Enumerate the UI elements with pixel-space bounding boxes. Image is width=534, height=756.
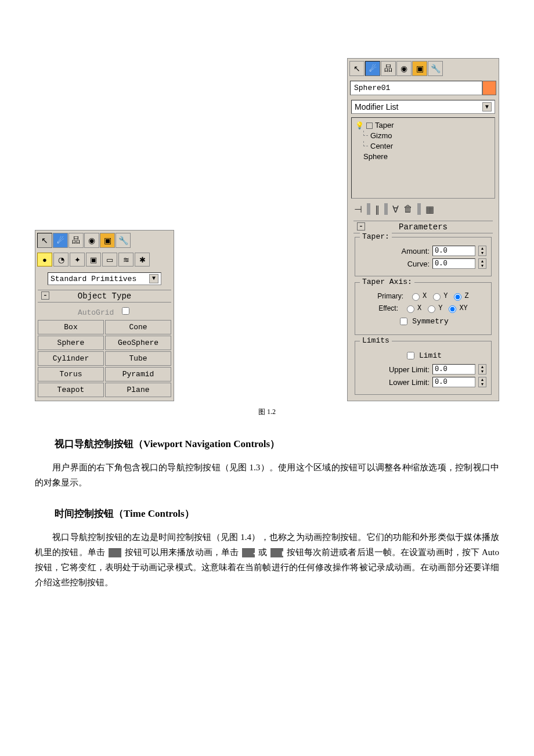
- systems-icon[interactable]: ✱: [135, 253, 150, 267]
- prim-torus[interactable]: Torus: [38, 367, 104, 381]
- curve-input[interactable]: 0.0: [432, 258, 475, 269]
- step-forward-icon: ▮▶: [270, 548, 283, 557]
- lights-icon[interactable]: ✦: [70, 253, 85, 267]
- symmetry-label: Symmetry: [412, 317, 448, 326]
- effect-xy[interactable]: [449, 305, 456, 313]
- autogrid-checkbox[interactable]: [122, 307, 129, 315]
- amount-label: Amount:: [402, 247, 430, 255]
- object-type-header[interactable]: - Object Type: [38, 290, 171, 303]
- lower-limit-label: Lower Limit:: [389, 378, 430, 387]
- autogrid-label: AutoGrid: [78, 308, 114, 317]
- upper-limit-spinner[interactable]: ▴▾: [478, 364, 486, 375]
- stack-gizmo[interactable]: Gizmo: [370, 131, 392, 140]
- spacewarps-icon[interactable]: ≋: [118, 253, 134, 267]
- command-panel-tabs: ↖ ☄ 品 ◉ ▣ 🔧: [348, 59, 499, 78]
- lower-limit-input[interactable]: 0.0: [432, 377, 475, 387]
- taper-group-title: Taper:: [360, 232, 392, 241]
- configure-sets-icon[interactable]: ▦: [424, 204, 436, 215]
- curve-label: Curve:: [407, 260, 430, 268]
- chevron-down-icon: ▼: [149, 274, 158, 283]
- stack-base[interactable]: Sphere: [363, 152, 388, 161]
- category-row: ● ◔ ✦ ▣ ▭ ≋ ✱: [35, 250, 174, 269]
- modifier-list-label: Modifier List: [355, 102, 398, 111]
- prim-sphere[interactable]: Sphere: [38, 336, 104, 350]
- primary-z[interactable]: [454, 293, 461, 301]
- modify-panel: ↖ ☄ 品 ◉ ▣ 🔧 Sphere01 Modifier List ▼ 💡 T…: [347, 58, 499, 401]
- subcategory-label: Standard Primitives: [50, 275, 136, 283]
- make-unique-icon[interactable]: ∀: [391, 204, 400, 215]
- modifier-list-dropdown[interactable]: Modifier List ▼: [351, 100, 495, 114]
- primary-x[interactable]: [412, 293, 420, 301]
- prim-plane[interactable]: Plane: [105, 383, 171, 397]
- effect-x[interactable]: [407, 305, 414, 313]
- create-tab-icon[interactable]: ↖: [349, 61, 365, 76]
- paragraph-time: 视口导航控制按钮的左边是时间控制按钮（见图 1.4），也称之为动画控制按钮。它们…: [35, 530, 499, 591]
- effect-label: Effect:: [378, 304, 398, 312]
- prim-pyramid[interactable]: Pyramid: [105, 367, 171, 381]
- limit-effect-label: Limit: [419, 351, 442, 360]
- effect-y[interactable]: [428, 305, 435, 313]
- hierarchy-tab-icon[interactable]: 品: [68, 233, 84, 248]
- prim-geosphere[interactable]: GeoSphere: [105, 336, 171, 350]
- parameters-header[interactable]: - Parameters: [353, 221, 493, 233]
- lower-limit-spinner[interactable]: ▴▾: [478, 377, 486, 387]
- chevron-down-icon: ▼: [482, 102, 492, 111]
- modify-tab-icon[interactable]: ☄: [53, 233, 68, 248]
- limits-group: Limits Limit Upper Limit: 0.0 ▴▾ Lower L…: [355, 341, 492, 395]
- object-name-field[interactable]: Sphere01: [350, 81, 482, 95]
- upper-limit-input[interactable]: 0.0: [432, 364, 475, 375]
- amount-spinner[interactable]: ▴▾: [478, 246, 486, 256]
- primary-y[interactable]: [433, 293, 441, 301]
- stack-center[interactable]: Center: [370, 142, 393, 150]
- autogrid-row: AutoGrid: [35, 304, 174, 319]
- create-panel: ↖ ☄ 品 ◉ ▣ 🔧 ● ◔ ✦ ▣ ▭ ≋ ✱ Standard Primi…: [35, 230, 174, 401]
- utilities-tab-icon[interactable]: 🔧: [428, 61, 443, 76]
- motion-tab-icon[interactable]: ◉: [84, 233, 99, 248]
- prim-box[interactable]: Box: [38, 320, 104, 334]
- motion-tab-icon[interactable]: ◉: [396, 61, 412, 76]
- modifier-stack[interactable]: 💡 Taper Gizmo Center Sphere: [351, 117, 495, 199]
- display-tab-icon[interactable]: ▣: [100, 233, 115, 248]
- taper-group: Taper: Amount: 0.0 ▴▾ Curve: 0.0 ▴▾: [355, 237, 492, 276]
- hierarchy-tab-icon[interactable]: 品: [381, 61, 396, 76]
- geometry-icon[interactable]: ●: [37, 253, 52, 267]
- bulb-icon[interactable]: 💡: [355, 120, 364, 131]
- limit-effect-checkbox[interactable]: [407, 352, 414, 359]
- command-panel-tabs: ↖ ☄ 品 ◉ ▣ 🔧: [35, 231, 174, 250]
- expand-icon[interactable]: [366, 123, 373, 129]
- parameters-title: Parameters: [399, 222, 448, 232]
- symmetry-checkbox[interactable]: [400, 318, 407, 325]
- object-color-swatch[interactable]: [482, 81, 496, 95]
- paragraph-viewport: 用户界面的右下角包含视口的导航控制按钮（见图 1.3）。使用这个区域的按钮可以调…: [35, 460, 499, 491]
- limits-title: Limits: [360, 336, 392, 345]
- section-heading-time: 时间控制按钮（Time Controls）: [35, 507, 499, 520]
- curve-spinner[interactable]: ▴▾: [478, 258, 486, 269]
- create-tab-icon[interactable]: ↖: [37, 233, 52, 248]
- prim-teapot[interactable]: Teapot: [38, 383, 104, 397]
- helpers-icon[interactable]: ▭: [102, 253, 117, 267]
- play-icon: ▶: [109, 548, 121, 557]
- display-tab-icon[interactable]: ▣: [412, 61, 427, 76]
- shapes-icon[interactable]: ◔: [53, 253, 68, 267]
- prim-tube[interactable]: Tube: [105, 351, 171, 366]
- utilities-tab-icon[interactable]: 🔧: [116, 233, 131, 248]
- stack-tools: ⊣ ‖ ∀ 🗑 ▦: [348, 199, 499, 219]
- show-end-result-icon[interactable]: ‖: [373, 204, 381, 215]
- pin-stack-icon[interactable]: ⊣: [352, 204, 364, 215]
- taper-axis-title: Taper Axis:: [360, 278, 414, 286]
- taper-axis-group: Taper Axis: Primary: X Y Z Effect: X Y X…: [355, 282, 492, 335]
- modify-tab-icon[interactable]: ☄: [365, 61, 380, 76]
- step-back-icon: ◀▮: [242, 548, 255, 557]
- figure-caption: 图 1.2: [35, 407, 499, 417]
- subcategory-dropdown[interactable]: Standard Primitives ▼: [48, 272, 161, 285]
- prim-cone[interactable]: Cone: [105, 320, 171, 334]
- figure-row: ↖ ☄ 品 ◉ ▣ 🔧 ● ◔ ✦ ▣ ▭ ≋ ✱ Standard Primi…: [35, 58, 499, 401]
- primary-label: Primary:: [377, 292, 403, 300]
- remove-modifier-icon[interactable]: 🗑: [402, 204, 414, 214]
- upper-limit-label: Upper Limit:: [389, 365, 430, 374]
- prim-cylinder[interactable]: Cylinder: [38, 351, 104, 366]
- amount-input[interactable]: 0.0: [432, 246, 475, 256]
- stack-modifier[interactable]: Taper: [375, 120, 394, 131]
- section-heading-viewport: 视口导航控制按钮（Viewport Navigation Controls）: [35, 437, 499, 451]
- cameras-icon[interactable]: ▣: [86, 253, 101, 267]
